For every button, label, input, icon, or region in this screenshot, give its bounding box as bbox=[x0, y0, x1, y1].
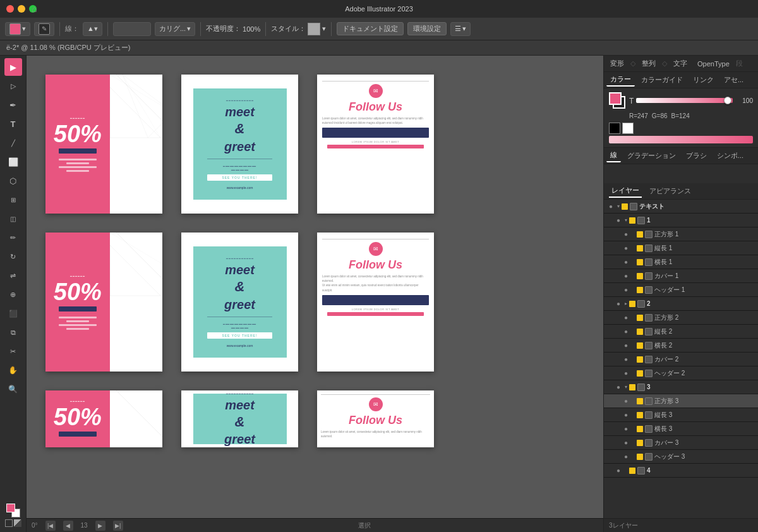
tool-rotate[interactable]: ↻ bbox=[4, 248, 22, 265]
color-slider-thumb[interactable] bbox=[724, 97, 731, 104]
tool-hand[interactable]: ✋ bbox=[4, 361, 22, 379]
layer-eye-layer-cover-1[interactable]: ● bbox=[622, 272, 630, 281]
tab-gradient[interactable]: グラデーション bbox=[623, 150, 680, 162]
tool-direct-select[interactable]: ▷ bbox=[4, 77, 22, 95]
layer-arrow-layer-4[interactable] bbox=[623, 468, 629, 474]
layer-arrow-layer-header-3[interactable] bbox=[630, 454, 637, 460]
layer-item-layer-seikei-3[interactable]: ● 正方形 3 bbox=[604, 394, 758, 408]
layer-arrow-layer-tate-3[interactable] bbox=[630, 412, 637, 418]
layer-item-layer-yoko-3[interactable]: ● 横長 3 bbox=[604, 422, 758, 436]
tab-brush[interactable]: ブラシ bbox=[682, 150, 711, 162]
layer-eye-layer-yoko-2[interactable]: ● bbox=[622, 341, 630, 350]
layer-item-layer-tate-3[interactable]: ● 縦長 3 bbox=[604, 408, 758, 422]
layer-arrow-layer-tate-1[interactable] bbox=[630, 245, 637, 251]
tool-mirror[interactable]: ⇌ bbox=[4, 267, 22, 284]
tool-line[interactable]: ╱ bbox=[4, 134, 22, 152]
artboard-2-1[interactable]: ━━━━━━ 50% bbox=[45, 233, 162, 372]
layer-arrow-layer-header-1[interactable] bbox=[630, 287, 637, 293]
brush-button[interactable]: ✎ bbox=[34, 22, 54, 36]
layer-eye-layer-tate-1[interactable]: ● bbox=[622, 244, 630, 253]
gradient-small-icon[interactable] bbox=[14, 519, 21, 527]
tab-appearance[interactable]: アピアランス bbox=[647, 185, 694, 197]
fill-bar[interactable] bbox=[113, 22, 151, 36]
env-settings-button[interactable]: 環境設定 bbox=[407, 22, 447, 35]
layer-arrow-layer-seikei-3[interactable] bbox=[630, 398, 637, 404]
tab-color-guide[interactable]: カラーガイド bbox=[637, 74, 687, 86]
canvas-scroll[interactable]: ━━━━━━ 50% bbox=[27, 56, 603, 532]
canvas-next-page[interactable]: ▶ bbox=[95, 521, 105, 531]
fill-color-button[interactable]: ▾ bbox=[5, 22, 30, 36]
tab-align[interactable]: 整列 bbox=[638, 57, 659, 70]
brush-dropdown-arrow[interactable]: ▾ bbox=[187, 25, 191, 33]
document-tab[interactable]: ë-2* @ 11.08 % (RGB/CPU プレビュー) bbox=[0, 40, 758, 56]
tab-link[interactable]: リンク bbox=[689, 74, 718, 86]
layer-eye-layer-yoko-1[interactable]: ● bbox=[622, 258, 630, 267]
layer-arrow-layer-3[interactable]: ▾ bbox=[623, 384, 629, 390]
layer-eye-layer-seikei-1[interactable]: ● bbox=[622, 230, 630, 239]
layer-item-layer-2[interactable]: ●▸2 bbox=[604, 297, 758, 311]
layer-item-layer-yoko-2[interactable]: ● 横長 2 bbox=[604, 339, 758, 353]
tab-character[interactable]: 文字 bbox=[670, 57, 691, 70]
tool-type[interactable]: T bbox=[4, 115, 22, 133]
style-dropdown-arrow[interactable]: ▾ bbox=[322, 25, 326, 33]
layer-arrow-layer-cover-3[interactable] bbox=[630, 440, 637, 446]
tab-asset[interactable]: アセ... bbox=[720, 74, 747, 86]
layer-arrow-layer-tekisuto[interactable]: ▾ bbox=[615, 203, 622, 210]
layer-eye-layer-tate-2[interactable]: ● bbox=[622, 327, 630, 336]
layer-arrow-layer-seikei-2[interactable] bbox=[630, 315, 637, 321]
canvas-prev-btn[interactable]: |◀ bbox=[45, 521, 56, 531]
layer-eye-layer-tekisuto[interactable]: ● bbox=[606, 202, 615, 211]
layer-arrow-layer-yoko-1[interactable] bbox=[630, 259, 637, 265]
tool-graph[interactable]: ⬛ bbox=[4, 305, 22, 322]
layer-arrow-layer-yoko-3[interactable] bbox=[630, 426, 637, 432]
layer-eye-layer-seikei-3[interactable]: ● bbox=[622, 397, 630, 406]
layer-item-layer-seikei-1[interactable]: ● 正方形 1 bbox=[604, 227, 758, 241]
layer-item-layer-3[interactable]: ●▾3 bbox=[604, 380, 758, 394]
brush-preset-button[interactable]: カリグ... ▾ bbox=[155, 22, 195, 36]
canvas-prev-page[interactable]: ◀ bbox=[63, 521, 73, 531]
layer-item-layer-1[interactable]: ●▾1 bbox=[604, 214, 758, 227]
tool-mesh[interactable]: ⊞ bbox=[4, 191, 22, 209]
canvas-area[interactable]: ━━━━━━ 50% bbox=[27, 56, 603, 532]
layer-item-layer-yoko-1[interactable]: ● 横長 1 bbox=[604, 255, 758, 269]
layer-eye-layer-1[interactable]: ● bbox=[614, 216, 623, 225]
tool-pen[interactable]: ✒ bbox=[4, 96, 22, 114]
fill-arrow[interactable]: ▾ bbox=[22, 25, 26, 33]
doc-settings-button[interactable]: ドキュメント設定 bbox=[337, 22, 404, 35]
tool-select[interactable]: ▶ bbox=[4, 58, 22, 76]
layer-arrow-layer-cover-2[interactable] bbox=[630, 356, 637, 363]
layer-eye-layer-3[interactable]: ● bbox=[614, 383, 623, 392]
tool-eyedropper[interactable]: ✏ bbox=[4, 229, 22, 246]
color-slider-track[interactable] bbox=[636, 98, 733, 103]
layer-item-layer-cover-2[interactable]: ● カバー 2 bbox=[604, 353, 758, 366]
artboard-3-3[interactable]: ✉ Follow Us Lorem ipsum dolor sit amet, … bbox=[317, 390, 434, 447]
artboard-1-1[interactable]: ━━━━━━ 50% bbox=[45, 75, 162, 214]
artboard-3-2[interactable]: ━━━━━━━━━━━ meet & greet bbox=[181, 390, 298, 447]
layer-eye-layer-header-2[interactable]: ● bbox=[622, 369, 630, 378]
layer-eye-layer-seikei-2[interactable]: ● bbox=[622, 313, 630, 322]
layer-item-layer-header-2[interactable]: ● ヘッダー 2 bbox=[604, 366, 758, 380]
layer-arrow-layer-yoko-2[interactable] bbox=[630, 342, 637, 349]
layer-eye-layer-4[interactable]: ● bbox=[614, 466, 623, 475]
layer-arrow-layer-header-2[interactable] bbox=[630, 370, 637, 377]
layer-item-layer-tekisuto[interactable]: ●▾テキスト bbox=[604, 200, 758, 214]
layer-item-layer-tate-1[interactable]: ● 縦長 1 bbox=[604, 241, 758, 255]
layer-arrow-layer-2[interactable]: ▸ bbox=[623, 301, 629, 307]
stroke-arrows[interactable]: ▲▾ bbox=[83, 22, 102, 36]
fill-stroke-swatches[interactable] bbox=[609, 92, 627, 110]
layer-eye-layer-header-1[interactable]: ● bbox=[622, 286, 630, 294]
layer-eye-layer-2[interactable]: ● bbox=[614, 299, 623, 308]
layer-arrow-layer-tate-2[interactable] bbox=[630, 329, 637, 335]
close-button[interactable] bbox=[6, 5, 14, 13]
tool-zoom[interactable]: 🔍 bbox=[4, 380, 22, 398]
layer-item-layer-cover-1[interactable]: ● カバー 1 bbox=[604, 269, 758, 283]
artboard-1-2[interactable]: ━━━━━━━━━━━ meet & greet ━━━━━━━━━━━━━━━… bbox=[181, 75, 298, 214]
layer-eye-layer-yoko-3[interactable]: ● bbox=[622, 425, 630, 433]
tab-opentype[interactable]: OpenType bbox=[694, 59, 733, 69]
tab-layers[interactable]: レイヤー bbox=[609, 184, 642, 198]
tab-transform[interactable]: 変形 bbox=[606, 57, 628, 70]
home-icon[interactable]: ⌂ bbox=[32, 4, 37, 14]
artboard-2-3[interactable]: ✉ Follow Us Lorem ipsum dolor sit amet, … bbox=[317, 233, 434, 372]
tool-warp[interactable]: ⊕ bbox=[4, 286, 22, 303]
layer-eye-layer-header-3[interactable]: ● bbox=[622, 452, 630, 461]
